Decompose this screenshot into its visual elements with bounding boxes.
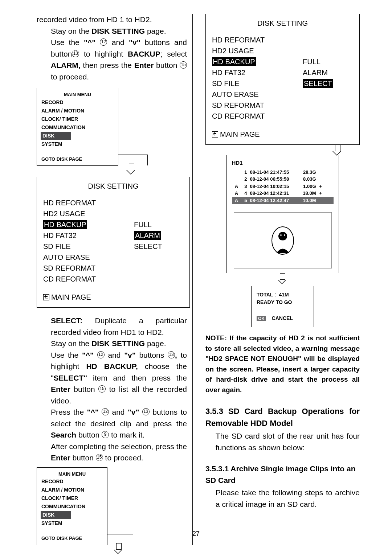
step-use-buttons-2: Use the "^" 12 and "v" buttons 13, to hi… bbox=[51, 349, 187, 407]
main-menu-title: MAIN MENU bbox=[41, 471, 103, 478]
hd1-listing-box: HD1 108-11-04 21:47:5528.3G 208-12-04 06… bbox=[226, 155, 339, 273]
arrow-down-icon bbox=[334, 145, 341, 156]
disk-setting-title: DISK SETTING bbox=[212, 18, 353, 29]
disk-setting-title: DISK SETTING bbox=[43, 181, 183, 192]
section-body: The SD card slot of the rear unit has fo… bbox=[205, 430, 360, 453]
note-text: NOTE: If the capacity of HD 2 is not suf… bbox=[205, 333, 360, 395]
ok-button: OK bbox=[257, 316, 266, 321]
menu-item-communication: COMMUNICATION bbox=[41, 502, 103, 511]
step-stay-page: Stay on the DISK SETTING page. bbox=[51, 25, 187, 37]
button-12-icon: 12 bbox=[102, 408, 109, 415]
hd1-row: A408-12-04 12:42:3118.0M+ bbox=[232, 190, 334, 197]
arrow-down-icon bbox=[115, 543, 122, 554]
disk-row: HD REFORMAT bbox=[212, 34, 353, 45]
button-13-icon: 13 bbox=[72, 50, 79, 57]
main-menu-box: MAIN MENU RECORD ALARM / MOTION CLOCK/ T… bbox=[37, 88, 118, 166]
disk-row: SD REFORMAT bbox=[43, 263, 183, 274]
total-line: TOTAL : 41M bbox=[257, 291, 309, 299]
svg-point-3 bbox=[284, 234, 285, 236]
step-enter: After completing the selection, press th… bbox=[51, 441, 187, 464]
menu-item-disk: DISK bbox=[41, 511, 71, 519]
disk-row: HD FAT32ALARM bbox=[43, 230, 183, 241]
main-menu-title: MAIN MENU bbox=[41, 91, 114, 98]
disk-row: CD REFORMAT bbox=[43, 274, 183, 284]
hd1-row: 108-11-04 21:47:5528.3G bbox=[232, 169, 334, 176]
svg-point-2 bbox=[280, 234, 282, 236]
step-press-buttons: Press the "^" 12 and "v" 13 buttons to s… bbox=[51, 406, 187, 441]
button-13-icon: 13 bbox=[168, 351, 175, 358]
menu-item-system: SYSTEM bbox=[41, 519, 103, 528]
menu-item-alarm: ALARM / MOTION bbox=[41, 486, 103, 494]
disk-row: HD FAT32ALARM bbox=[212, 67, 353, 78]
result-buttons: OK CANCEL bbox=[257, 315, 309, 322]
portrait-icon bbox=[271, 226, 295, 255]
status-line: READY TO GO bbox=[257, 299, 309, 306]
menu-item-clock: CLOCK/ TIMER bbox=[41, 494, 103, 502]
arrow-down-icon bbox=[279, 273, 286, 284]
disk-row-selected: HD BACKUPFULL bbox=[212, 56, 353, 67]
menu-item-record: RECORD bbox=[41, 477, 103, 486]
page-number: 27 bbox=[0, 529, 392, 539]
menu-goto-disk: GOTO DISK PAGE bbox=[41, 156, 114, 163]
subsection-title: 3.5.3.1 Archive Single image Clips into … bbox=[205, 463, 360, 486]
disk-row: HD2 USAGE bbox=[43, 208, 183, 219]
hd1-title: HD1 bbox=[232, 159, 334, 167]
disk-row-selected: HD BACKUPFULL bbox=[43, 219, 183, 230]
button-12-icon: 12 bbox=[97, 351, 105, 358]
hd1-row: 208-12-04 06:55:588.03G bbox=[232, 176, 334, 183]
step-use-buttons: Use the "^" 12 and "v" buttons and butto… bbox=[51, 37, 187, 82]
step-stay-page-2: Stay on the DISK SETTING page. bbox=[51, 338, 187, 349]
disk-row: SD REFORMAT bbox=[212, 100, 353, 111]
button-15-icon: 15 bbox=[96, 454, 103, 461]
select-desc: SELECT: Duplicate a particular recorded … bbox=[51, 315, 187, 338]
hd1-row: A308-12-04 10:02:151.00G+ bbox=[232, 183, 334, 190]
button-15-icon: 15 bbox=[180, 61, 187, 69]
arrow-down-icon bbox=[128, 164, 135, 175]
disk-row: HD REFORMAT bbox=[43, 197, 183, 208]
disk-row: HD2 USAGE bbox=[212, 45, 353, 56]
disk-setting-box-left: DISK SETTING HD REFORMAT HD2 USAGE HD BA… bbox=[37, 177, 190, 308]
svg-point-1 bbox=[278, 232, 287, 241]
disk-setting-box-right: DISK SETTING HD REFORMAT HD2 USAGE HD BA… bbox=[205, 14, 360, 145]
preview-image-area bbox=[234, 212, 332, 268]
intro-text: recorded video from HD 1 to HD2. bbox=[37, 14, 187, 25]
button-13-icon: 13 bbox=[142, 408, 150, 415]
hd1-row-selected: A508-12-04 12:42:4710.0M bbox=[232, 197, 334, 204]
subsection-body: Please take the following steps to archi… bbox=[205, 487, 360, 510]
main-page-link: MAIN PAGE bbox=[212, 129, 353, 140]
menu-item-alarm: ALARM / MOTION bbox=[41, 107, 114, 115]
button-15-icon: 15 bbox=[98, 385, 106, 393]
main-page-link: MAIN PAGE bbox=[43, 292, 183, 303]
back-icon bbox=[212, 131, 218, 138]
result-box: TOTAL : 41M READY TO GO OK CANCEL bbox=[251, 286, 314, 327]
menu-item-system: SYSTEM bbox=[41, 140, 114, 148]
menu-item-clock: CLOCK/ TIMER bbox=[41, 115, 114, 123]
section-title: 3.5.3 SD Card Backup Operations for Remo… bbox=[205, 405, 360, 429]
disk-row: SD FILESELECT bbox=[43, 241, 183, 252]
back-icon bbox=[43, 294, 49, 300]
menu-item-record: RECORD bbox=[41, 98, 114, 107]
button-9-icon: 9 bbox=[102, 431, 109, 438]
menu-item-communication: COMMUNICATION bbox=[41, 123, 114, 132]
disk-row: SD FILESELECT bbox=[212, 78, 353, 89]
menu-item-disk: DISK bbox=[41, 132, 71, 140]
cancel-button: CANCEL bbox=[272, 315, 293, 321]
disk-row: AUTO ERASE bbox=[212, 89, 353, 100]
disk-row: AUTO ERASE bbox=[43, 252, 183, 263]
disk-row: CD REFORMAT bbox=[212, 111, 353, 122]
button-12-icon: 12 bbox=[100, 38, 107, 46]
